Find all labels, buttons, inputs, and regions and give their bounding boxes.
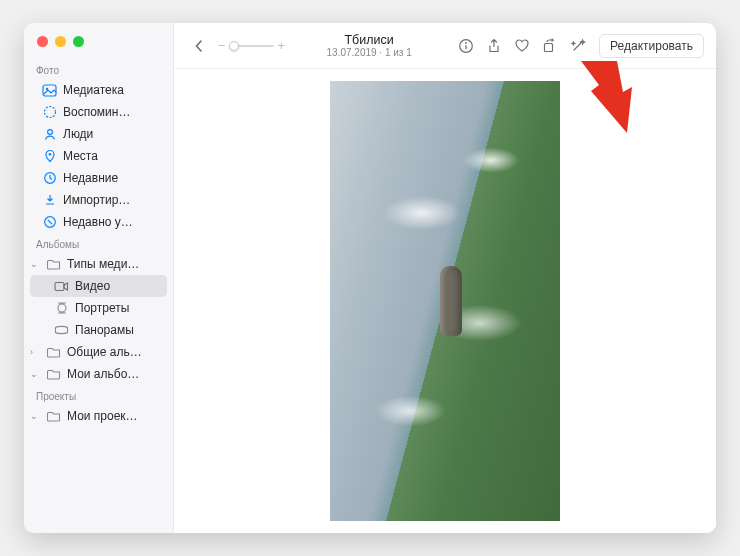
- label: Недавние: [63, 171, 118, 185]
- library-icon: [42, 83, 57, 98]
- app-window: Фото Медиатека Воспомин… Люди Места Неда…: [24, 23, 716, 533]
- fullscreen-window-button[interactable]: [73, 36, 84, 47]
- portrait-icon: [54, 301, 69, 316]
- folder-icon: [46, 345, 61, 360]
- sidebar-item-places[interactable]: Места: [24, 145, 173, 167]
- sidebar-item-media-types[interactable]: ⌄ Типы меди…: [24, 253, 173, 275]
- trash-icon: [42, 215, 57, 230]
- rotate-button[interactable]: [537, 34, 563, 58]
- photo-viewer[interactable]: [174, 69, 716, 533]
- download-icon: [42, 193, 57, 208]
- sidebar-item-recents[interactable]: Недавние: [24, 167, 173, 189]
- label: Мои альбо…: [67, 367, 139, 381]
- rotate-icon: [542, 38, 558, 54]
- heart-icon: [514, 38, 530, 53]
- favorite-button[interactable]: [509, 34, 535, 58]
- pin-icon: [42, 149, 57, 164]
- zoom-plus: +: [278, 38, 286, 53]
- photo-title: Тбилиси: [293, 33, 445, 47]
- svg-rect-10: [545, 43, 553, 51]
- window-controls: [24, 23, 173, 59]
- close-window-button[interactable]: [37, 36, 48, 47]
- sidebar: Фото Медиатека Воспомин… Люди Места Неда…: [24, 23, 174, 533]
- sidebar-item-shared-albums[interactable]: › Общие аль…: [24, 341, 173, 363]
- toolbar: − + Тбилиси 13.07.2019 · 1 из 1: [174, 23, 716, 69]
- info-icon: [458, 38, 474, 54]
- folder-icon: [46, 409, 61, 424]
- sidebar-item-memories[interactable]: Воспомин…: [24, 101, 173, 123]
- chevron-left-icon: [194, 39, 204, 53]
- label: Панорамы: [75, 323, 134, 337]
- sidebar-item-videos[interactable]: Видео: [30, 275, 167, 297]
- svg-point-2: [44, 107, 55, 118]
- sidebar-item-people[interactable]: Люди: [24, 123, 173, 145]
- toolbar-right: Редактировать: [453, 34, 704, 58]
- share-button[interactable]: [481, 34, 507, 58]
- info-button[interactable]: [453, 34, 479, 58]
- sidebar-item-recently-deleted[interactable]: Недавно у…: [24, 211, 173, 233]
- clock-icon: [42, 171, 57, 186]
- main-content: − + Тбилиси 13.07.2019 · 1 из 1: [174, 23, 716, 533]
- label: Портреты: [75, 301, 129, 315]
- label: Импортир…: [63, 193, 130, 207]
- label: Люди: [63, 127, 93, 141]
- folder-icon: [46, 367, 61, 382]
- sidebar-item-imports[interactable]: Импортир…: [24, 189, 173, 211]
- sidebar-section-projects: Проекты: [24, 385, 173, 405]
- label: Видео: [75, 279, 110, 293]
- sidebar-section-albums: Альбомы: [24, 233, 173, 253]
- sidebar-item-portraits[interactable]: Портреты: [24, 297, 173, 319]
- back-button[interactable]: [186, 34, 212, 58]
- slider-track[interactable]: [230, 45, 274, 47]
- sidebar-section-photos: Фото: [24, 59, 173, 79]
- chevron-down-icon: ⌄: [30, 259, 40, 269]
- svg-rect-7: [55, 282, 64, 290]
- title-area: Тбилиси 13.07.2019 · 1 из 1: [293, 33, 445, 59]
- svg-point-3: [47, 130, 52, 135]
- chevron-right-icon: ›: [30, 347, 40, 357]
- edit-button[interactable]: Редактировать: [599, 34, 704, 58]
- label: Общие аль…: [67, 345, 142, 359]
- person-icon: [42, 127, 57, 142]
- zoom-slider[interactable]: − +: [218, 38, 285, 53]
- label: Мои проек…: [67, 409, 138, 423]
- panorama-icon: [54, 323, 69, 338]
- svg-point-4: [48, 153, 51, 156]
- label: Типы меди…: [67, 257, 139, 271]
- sidebar-item-panoramas[interactable]: Панорамы: [24, 319, 173, 341]
- label: Воспомин…: [63, 105, 130, 119]
- svg-point-9: [465, 42, 467, 44]
- label: Недавно у…: [63, 215, 133, 229]
- memories-icon: [42, 105, 57, 120]
- photo-content: [330, 81, 560, 521]
- label: Медиатека: [63, 83, 124, 97]
- auto-enhance-button[interactable]: [565, 34, 591, 58]
- zoom-minus: −: [218, 38, 226, 53]
- chevron-down-icon: ⌄: [30, 411, 40, 421]
- chevron-down-icon: ⌄: [30, 369, 40, 379]
- video-icon: [54, 279, 69, 294]
- photo-subtitle: 13.07.2019 · 1 из 1: [293, 47, 445, 59]
- slider-knob[interactable]: [229, 41, 239, 51]
- label: Места: [63, 149, 98, 163]
- minimize-window-button[interactable]: [55, 36, 66, 47]
- toolbar-left: − +: [186, 34, 285, 58]
- folder-icon: [46, 257, 61, 272]
- sidebar-item-library[interactable]: Медиатека: [24, 79, 173, 101]
- sidebar-item-my-albums[interactable]: ⌄ Мои альбо…: [24, 363, 173, 385]
- wand-icon: [570, 38, 586, 54]
- share-icon: [487, 38, 501, 54]
- sidebar-item-my-projects[interactable]: ⌄ Мои проек…: [24, 405, 173, 427]
